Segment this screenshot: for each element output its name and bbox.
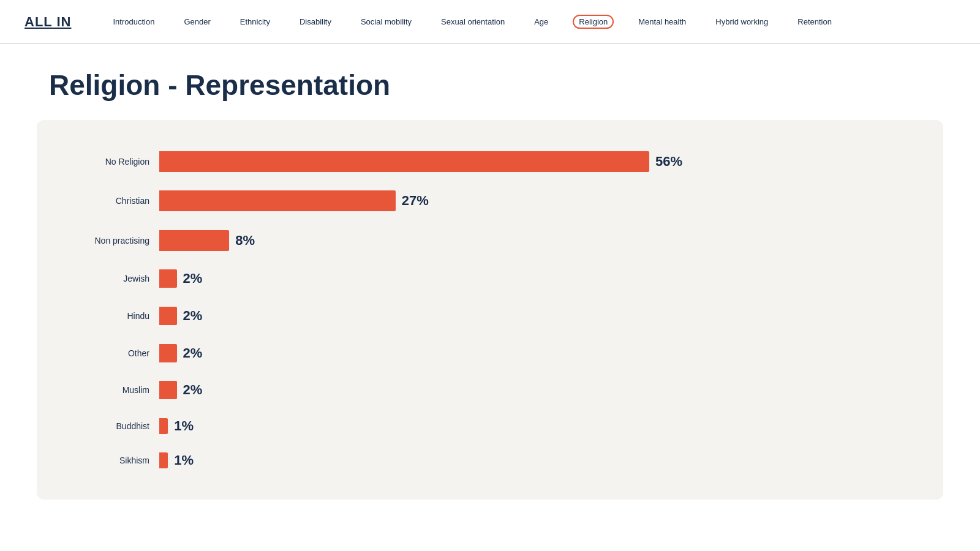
header: ALL IN IntroductionGenderEthnicityDisabi…: [0, 0, 980, 44]
bar-label: Non practising: [61, 236, 159, 246]
bar-fill: [159, 151, 649, 172]
bar-row: Muslim2%: [61, 381, 919, 399]
chart-container: No Religion56%Christian27%Non practising…: [37, 120, 943, 500]
nav-item-religion[interactable]: Religion: [573, 15, 614, 29]
bar-track: 2%: [159, 269, 919, 288]
bar-row: Non practising8%: [61, 230, 919, 251]
nav-item-sexual-orientation[interactable]: Sexual orientation: [436, 16, 510, 28]
bar-track: 2%: [159, 307, 919, 325]
nav-item-retention[interactable]: Retention: [793, 16, 837, 28]
nav-item-ethnicity[interactable]: Ethnicity: [235, 16, 275, 28]
bar-pct: 56%: [655, 154, 682, 170]
logo: ALL IN: [24, 14, 71, 30]
bar-track: 56%: [159, 151, 919, 172]
bar-row: No Religion56%: [61, 151, 919, 172]
nav-item-introduction[interactable]: Introduction: [108, 16, 159, 28]
bar-track: 2%: [159, 344, 919, 362]
bar-fill: [159, 418, 168, 434]
page-title: Religion - Representation: [0, 44, 980, 114]
bar-label: Buddhist: [61, 421, 159, 431]
nav-item-mental-health[interactable]: Mental health: [633, 16, 691, 28]
bar-fill: [159, 381, 177, 399]
bar-fill: [159, 190, 396, 211]
bar-label: Other: [61, 348, 159, 358]
bar-pct: 27%: [402, 193, 429, 209]
nav-item-disability[interactable]: Disability: [295, 16, 336, 28]
bar-pct: 2%: [183, 345, 203, 361]
bar-pct: 2%: [183, 382, 203, 398]
nav-item-gender[interactable]: Gender: [179, 16, 215, 28]
bar-label: Hindu: [61, 311, 159, 321]
bar-fill: [159, 230, 229, 251]
bar-pct: 8%: [235, 233, 255, 249]
bar-row: Buddhist1%: [61, 418, 919, 434]
bar-track: 27%: [159, 190, 919, 211]
bar-fill: [159, 452, 168, 468]
bar-row: Sikhism1%: [61, 452, 919, 468]
bar-label: Jewish: [61, 274, 159, 283]
bar-label: Muslim: [61, 385, 159, 395]
bar-label: Christian: [61, 196, 159, 206]
bar-row: Jewish2%: [61, 269, 919, 288]
bar-pct: 2%: [183, 308, 203, 324]
nav-item-age[interactable]: Age: [529, 16, 553, 28]
bar-pct: 1%: [174, 418, 194, 434]
chart-inner: No Religion56%Christian27%Non practising…: [61, 138, 919, 481]
bar-track: 2%: [159, 381, 919, 399]
nav-item-social-mobility[interactable]: Social mobility: [356, 16, 417, 28]
bar-track: 1%: [159, 452, 919, 468]
bar-row: Other2%: [61, 344, 919, 362]
bar-pct: 2%: [183, 271, 203, 287]
bar-row: Christian27%: [61, 190, 919, 211]
bar-track: 8%: [159, 230, 919, 251]
bar-row: Hindu2%: [61, 307, 919, 325]
nav: IntroductionGenderEthnicityDisabilitySoc…: [108, 15, 956, 29]
bar-pct: 1%: [174, 452, 194, 468]
bar-label: Sikhism: [61, 455, 159, 465]
nav-item-hybrid-working[interactable]: Hybrid working: [710, 16, 773, 28]
bar-fill: [159, 307, 177, 325]
bar-fill: [159, 269, 177, 288]
bar-label: No Religion: [61, 157, 159, 167]
bar-fill: [159, 344, 177, 362]
bar-track: 1%: [159, 418, 919, 434]
